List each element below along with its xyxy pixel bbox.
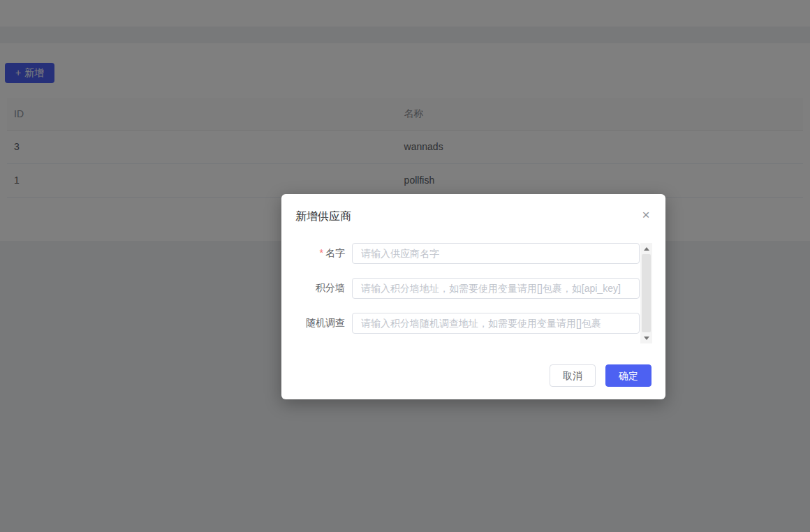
scroll-down-icon (644, 337, 649, 340)
scrollbar-thumb[interactable] (642, 254, 651, 332)
survey-url-input[interactable] (352, 313, 640, 334)
offerwall-url-input[interactable] (352, 278, 640, 299)
dialog-header: 新增供应商 × (281, 194, 665, 225)
name-field-label: *名字 (291, 247, 345, 260)
dialog-form: *名字 积分墙 随机调查 (281, 236, 665, 348)
offerwall-field-label: 积分墙 (291, 282, 345, 295)
dialog-footer: 取消 确定 (281, 364, 665, 387)
scroll-up-icon (644, 247, 649, 251)
cancel-button[interactable]: 取消 (550, 364, 596, 387)
form-scrollbar[interactable] (640, 243, 652, 343)
survey-field-label: 随机调查 (291, 317, 345, 330)
required-mark: * (320, 247, 323, 258)
scroll-up-button[interactable] (640, 243, 652, 254)
confirm-button[interactable]: 确定 (605, 364, 651, 387)
form-row-name: *名字 (291, 243, 640, 264)
dialog-title: 新增供应商 (295, 210, 351, 222)
scroll-down-button[interactable] (640, 332, 652, 343)
close-icon: × (642, 207, 649, 222)
name-input[interactable] (352, 243, 640, 264)
form-row-survey: 随机调查 (291, 313, 640, 334)
form-row-offerwall: 积分墙 (291, 278, 640, 299)
dialog-close-button[interactable]: × (639, 208, 653, 222)
add-supplier-dialog: 新增供应商 × *名字 积分墙 随机调查 取消 确定 (281, 194, 665, 399)
